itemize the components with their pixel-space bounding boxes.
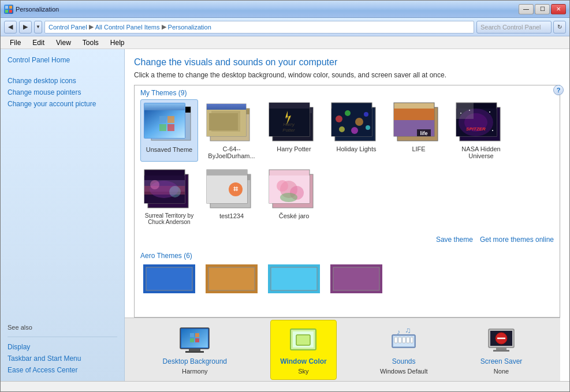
svg-point-69 — [150, 180, 159, 189]
screen-saver-label: Screen Saver — [480, 357, 523, 365]
theme-aero-1[interactable] — [140, 262, 198, 297]
my-themes-grid: Unsaved Theme — [135, 99, 560, 233]
svg-point-60 — [492, 130, 493, 131]
desktop-bg-icon — [180, 325, 210, 355]
theme-aero-2[interactable] — [203, 262, 260, 297]
svg-rect-2 — [5, 10, 8, 13]
svg-rect-8 — [144, 103, 185, 110]
menu-edit[interactable]: Edit — [28, 38, 49, 48]
screen-saver-item[interactable]: Screen Saver None — [471, 320, 532, 379]
theme-surreal-label: Surreal Territory by Chuck Anderson — [143, 212, 196, 225]
theme-holiday-lights[interactable]: Holiday Lights — [327, 99, 385, 162]
get-more-themes-link[interactable]: Get more themes online — [480, 236, 554, 244]
svg-rect-11 — [167, 116, 174, 123]
close-button[interactable]: ✕ — [551, 4, 566, 14]
svg-rect-74 — [207, 170, 247, 176]
main-layout: ? Control Panel Home Change desktop icon… — [1, 49, 569, 381]
theme-nasa[interactable]: SPITZER NASA Hidden Universe — [452, 99, 510, 162]
sounds-item[interactable]: ♪ ♫ Sounds Windows Default — [371, 320, 437, 379]
svg-rect-62 — [456, 103, 474, 119]
theme-holiday-label: Holiday Lights — [336, 145, 376, 152]
sounds-sublabel: Windows Default — [380, 368, 428, 375]
window-color-svg — [288, 327, 318, 353]
svg-point-39 — [345, 110, 351, 116]
window-title: Personalization — [16, 6, 516, 13]
theme-nasa-preview: SPITZER — [455, 102, 507, 145]
save-theme-link[interactable]: Save theme — [436, 236, 473, 244]
svg-rect-24 — [209, 113, 238, 130]
theme-aero-4[interactable] — [327, 262, 385, 297]
menu-help[interactable]: Help — [106, 38, 129, 48]
search-box[interactable]: Search Control Panel — [476, 21, 552, 33]
menu-file[interactable]: File — [5, 38, 25, 48]
svg-rect-107 — [398, 337, 401, 343]
theme-ceske-label: České jaro — [279, 212, 310, 219]
sidebar-link-desktop-icons[interactable]: Change desktop icons — [8, 77, 117, 85]
window-color-item[interactable]: Window Color Sky — [270, 320, 337, 380]
svg-text:SPITZER: SPITZER — [466, 126, 486, 132]
svg-rect-94 — [181, 329, 208, 348]
address-right-buttons: Search Control Panel ↻ — [476, 21, 566, 33]
sidebar-link-taskbar[interactable]: Taskbar and Start Menu — [8, 354, 117, 363]
minimize-button[interactable]: — — [519, 4, 534, 14]
sidebar-home-link[interactable]: Control Panel Home — [8, 56, 117, 64]
theme-harry-potter[interactable]: Harry Potter Harry Potter — [265, 99, 323, 162]
theme-aero-4-preview — [330, 264, 382, 293]
themes-container[interactable]: My Themes (9) — [134, 85, 560, 318]
svg-rect-99 — [189, 349, 200, 351]
svg-rect-92 — [333, 267, 379, 290]
svg-rect-96 — [195, 333, 199, 337]
screen-saver-svg — [486, 327, 516, 353]
theme-nasa-label: NASA Hidden Universe — [454, 145, 508, 159]
page-subtitle: Click a theme to change the desktop back… — [134, 71, 560, 79]
sidebar-link-mouse-pointers[interactable]: Change mouse pointers — [8, 88, 117, 96]
theme-test1234[interactable]: ⌗ test1234 — [203, 166, 260, 227]
screen-saver-sublabel: None — [494, 368, 509, 375]
breadcrumb-control-panel[interactable]: Control Panel — [49, 24, 87, 31]
maximize-button[interactable]: ☐ — [535, 4, 550, 14]
menu-tools[interactable]: Tools — [78, 38, 103, 48]
svg-rect-88 — [208, 267, 255, 290]
window-icon — [4, 5, 13, 14]
theme-test-label: test1234 — [219, 212, 244, 219]
svg-rect-90 — [271, 267, 317, 290]
theme-c64-preview — [206, 102, 258, 145]
sounds-svg: ♪ ♫ — [389, 327, 419, 353]
dropdown-button[interactable]: ▼ — [34, 21, 42, 33]
help-icon[interactable]: ? — [553, 85, 564, 95]
svg-text:♪: ♪ — [397, 328, 400, 336]
svg-rect-28 — [269, 103, 310, 109]
svg-text:⌗: ⌗ — [233, 184, 239, 193]
svg-rect-12 — [159, 124, 166, 131]
breadcrumb-personalization[interactable]: Personalization — [168, 24, 211, 31]
back-button[interactable]: ◀ — [4, 21, 17, 33]
sidebar-divider — [8, 337, 117, 337]
desktop-background-item[interactable]: Desktop Background Harmony — [154, 320, 236, 379]
svg-text:♫: ♫ — [405, 327, 411, 335]
theme-unsaved-preview — [143, 102, 195, 146]
svg-rect-97 — [190, 338, 194, 342]
svg-rect-33 — [269, 109, 310, 136]
theme-unsaved[interactable]: Unsaved Theme — [140, 99, 198, 162]
svg-rect-100 — [185, 351, 204, 353]
theme-life[interactable]: life LIFE — [390, 99, 448, 162]
sidebar-link-display[interactable]: Display — [8, 343, 117, 351]
theme-surreal[interactable]: Surreal Territory by Chuck Anderson — [140, 166, 198, 227]
sidebar-link-ease-access[interactable]: Ease of Access Center — [8, 366, 117, 374]
theme-aero-3[interactable] — [265, 262, 323, 297]
svg-point-43 — [351, 127, 358, 134]
theme-c64-label: C-64--ByJoelDurham... — [205, 145, 258, 159]
breadcrumb-all-items[interactable]: All Control Panel Items — [95, 24, 160, 31]
svg-rect-3 — [9, 10, 12, 13]
forward-button[interactable]: ▶ — [19, 21, 32, 33]
aero-themes-header: Aero Themes (6) — [135, 248, 560, 262]
theme-c64[interactable]: C-64--ByJoelDurham... — [203, 99, 260, 162]
svg-rect-98 — [195, 338, 199, 342]
sidebar-link-account-picture[interactable]: Change your account picture — [8, 100, 117, 108]
svg-rect-108 — [403, 337, 405, 343]
page-title: Change the visuals and sounds on your co… — [134, 57, 560, 68]
menu-view[interactable]: View — [51, 38, 76, 48]
my-themes-header: My Themes (9) — [135, 85, 560, 99]
refresh-button[interactable]: ↻ — [553, 21, 566, 33]
theme-ceske[interactable]: České jaro — [265, 166, 323, 227]
